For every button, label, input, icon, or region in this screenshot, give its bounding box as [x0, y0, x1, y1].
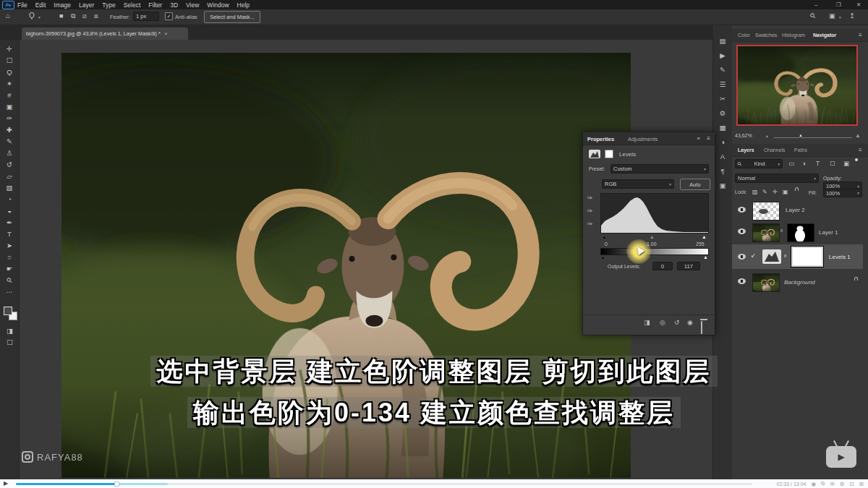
- history-panel-icon[interactable]: ▤: [720, 34, 726, 48]
- layer-thumbnail[interactable]: [752, 202, 780, 221]
- toggle-visibility-icon[interactable]: ◉: [687, 319, 693, 326]
- tab-channels[interactable]: Channels: [764, 147, 786, 153]
- delete-adjustment-icon[interactable]: [701, 321, 702, 334]
- type-tool-icon[interactable]: T: [0, 228, 19, 240]
- gradient-tool-icon[interactable]: ▧: [0, 182, 19, 194]
- white-point-eyedropper-icon[interactable]: ✑: [587, 221, 593, 228]
- panel-menu-icon[interactable]: ≡: [707, 135, 710, 142]
- filter-adjustment-layers-icon[interactable]: ◑: [802, 160, 806, 167]
- menu-item-edit[interactable]: Edit: [35, 1, 46, 9]
- path-selection-tool-icon[interactable]: ➤: [0, 240, 19, 252]
- visibility-eye-icon[interactable]: [738, 254, 746, 260]
- clone-source-panel-icon[interactable]: ✂: [720, 92, 726, 106]
- fill-input[interactable]: 100%▾: [823, 189, 862, 197]
- seek-bar[interactable]: [16, 483, 752, 485]
- menu-item-filter[interactable]: Filter: [148, 1, 162, 9]
- reset-adjustment-icon[interactable]: ↺: [674, 319, 680, 326]
- layer-name[interactable]: Layer 1: [819, 229, 838, 236]
- mask-link-icon[interactable]: 8: [780, 228, 783, 233]
- output-highlight-slider[interactable]: ▲: [703, 254, 708, 260]
- window-minimize-button[interactable]: –: [814, 1, 817, 8]
- quick-mask-mode-icon[interactable]: ◨: [0, 325, 20, 337]
- glyphs-panel-icon[interactable]: ▣: [720, 179, 726, 193]
- paragraph-panel-icon[interactable]: ¶: [720, 164, 724, 179]
- play-button[interactable]: ▶: [4, 479, 8, 488]
- layer-thumbnail[interactable]: [752, 273, 780, 292]
- tab-close-icon[interactable]: ×: [164, 30, 168, 37]
- auto-button[interactable]: Auto: [680, 179, 710, 190]
- gray-point-eyedropper-icon[interactable]: ✑: [587, 207, 593, 215]
- menu-item-file[interactable]: File: [17, 1, 27, 9]
- workspace-icon[interactable]: ▣: [829, 12, 835, 20]
- navigator-zoom-slider-handle[interactable]: ▲: [799, 133, 803, 137]
- navigator-zoom-value[interactable]: 43,62%: [735, 133, 752, 138]
- fullscreen-icon[interactable]: ⊞: [859, 481, 864, 487]
- layer-mask-thumbnail[interactable]: [787, 223, 814, 242]
- tab-histogram[interactable]: Histogram: [782, 33, 805, 38]
- adjustments-panel-icon[interactable]: ◑: [720, 135, 725, 150]
- menu-item-3d[interactable]: 3D: [170, 1, 178, 9]
- crop-tool-icon[interactable]: #: [0, 90, 19, 101]
- menu-item-help[interactable]: Help: [237, 1, 250, 9]
- seek-bar-handle[interactable]: [114, 481, 119, 487]
- menu-item-layer[interactable]: Layer: [79, 1, 94, 9]
- input-shadow-value[interactable]: 0: [605, 241, 608, 247]
- output-shadow-input[interactable]: 0: [652, 262, 673, 270]
- blur-tool-icon[interactable]: ◔: [0, 194, 19, 205]
- history-brush-tool-icon[interactable]: ↺: [0, 159, 19, 171]
- zoom-out-mountain-icon[interactable]: ▲: [765, 134, 769, 138]
- preset-select[interactable]: Custom▾: [610, 164, 709, 174]
- home-icon[interactable]: ⌂: [6, 12, 10, 20]
- output-levels-gradient-bar[interactable]: [600, 248, 709, 255]
- tab-adjustments[interactable]: Adjustments: [628, 136, 658, 142]
- view-previous-state-icon[interactable]: ◎: [660, 319, 665, 326]
- output-highlight-input[interactable]: 117: [677, 262, 700, 270]
- tool-presets-panel-icon[interactable]: ☰: [720, 77, 726, 92]
- highlight-input-slider[interactable]: ▲: [702, 234, 707, 239]
- brush-tool-icon[interactable]: ✎: [0, 136, 19, 147]
- layer-row-levels1-selected[interactable]: ↙ 8 Levels 1: [732, 244, 863, 269]
- visibility-eye-icon[interactable]: [738, 207, 746, 213]
- filter-pixel-layers-icon[interactable]: ▭: [788, 160, 794, 167]
- share-icon[interactable]: ↥: [849, 12, 855, 20]
- tab-swatches[interactable]: Swatches: [755, 33, 777, 38]
- subtract-selection-mode-icon[interactable]: ⧄: [82, 12, 87, 20]
- collapse-panel-icon[interactable]: «: [697, 135, 700, 142]
- settings-panel-icon[interactable]: ⚙: [720, 106, 726, 121]
- mini-player-icon[interactable]: ⊡: [849, 481, 854, 487]
- filter-type-layers-icon[interactable]: T: [816, 160, 820, 167]
- blend-mode-select[interactable]: Normal▾: [735, 174, 819, 183]
- menu-item-type[interactable]: Type: [102, 1, 115, 9]
- window-close-button[interactable]: ✕: [856, 1, 861, 8]
- selected-layer-mask-thumbnail[interactable]: [791, 247, 823, 267]
- filter-shape-layers-icon[interactable]: ☐: [830, 160, 835, 167]
- eyedropper-tool-icon[interactable]: ✑: [0, 113, 19, 124]
- workspace-caret-icon[interactable]: ▾: [839, 15, 841, 20]
- shadow-input-slider[interactable]: ▲: [602, 234, 607, 239]
- layer-name[interactable]: Background: [784, 279, 815, 286]
- levels-adjustment-thumbnail[interactable]: [762, 249, 781, 264]
- move-tool-icon[interactable]: ✛: [0, 43, 19, 55]
- navigator-zoom-slider-track[interactable]: [774, 137, 852, 138]
- lasso-tool-icon[interactable]: Ϙ: [0, 67, 19, 78]
- anti-alias-checkbox[interactable]: ✓: [165, 12, 173, 20]
- document-tab[interactable]: bighorn-3959073.jpg @ 43,8% (Levels 1, L…: [22, 27, 188, 40]
- tab-layers[interactable]: Layers: [738, 147, 754, 153]
- zoom-in-mountain-icon[interactable]: ▲: [855, 132, 861, 139]
- visibility-eye-icon[interactable]: [738, 228, 746, 234]
- lock-image-icon[interactable]: ✎: [762, 189, 767, 195]
- foreground-color-swatch[interactable]: [4, 307, 12, 315]
- add-selection-mode-icon[interactable]: ⧉: [71, 12, 75, 20]
- layer-row-background[interactable]: Background: [732, 272, 868, 292]
- menu-item-select[interactable]: Select: [124, 1, 141, 9]
- tab-color[interactable]: Color: [738, 33, 750, 38]
- tab-properties[interactable]: Properties: [587, 136, 614, 142]
- mask-link-icon[interactable]: 8: [784, 254, 786, 258]
- menu-item-image[interactable]: Image: [54, 1, 71, 9]
- libraries-panel-icon[interactable]: ▦: [720, 121, 726, 135]
- eraser-tool-icon[interactable]: ▱: [0, 171, 19, 182]
- character-panel-icon[interactable]: A: [720, 150, 725, 164]
- navigator-thumbnail[interactable]: [736, 45, 858, 126]
- clone-stamp-tool-icon[interactable]: ♙: [0, 147, 19, 159]
- panel-menu-icon[interactable]: ≡: [859, 147, 862, 153]
